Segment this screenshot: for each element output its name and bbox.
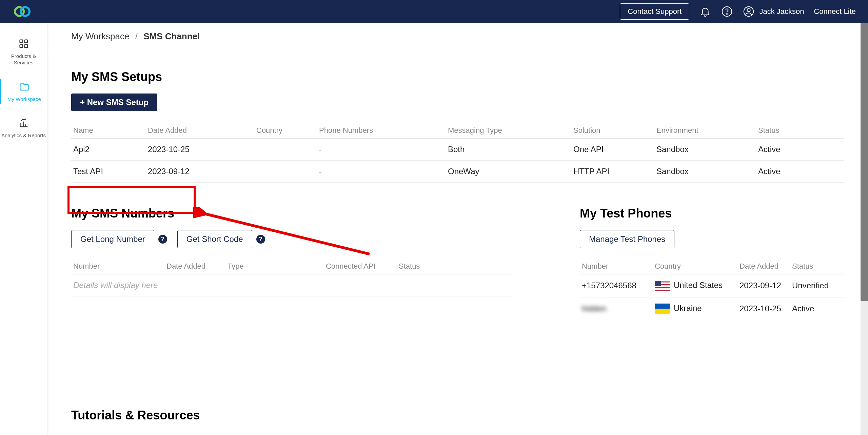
col-type[interactable]: Type [225,258,324,274]
sidebar-item-products[interactable]: Products & Services [0,36,47,68]
col-country[interactable]: Country [653,258,737,274]
table-row[interactable]: Test API 2023-09-12 - OneWay HTTP API Sa… [71,161,844,183]
breadcrumb-current: SMS Channel [143,31,200,41]
col-phone-numbers[interactable]: Phone Numbers [317,123,446,139]
sidebar-item-label: Analytics & Reports [1,132,46,139]
breadcrumb-root[interactable]: My Workspace [71,31,129,41]
cell-date: 2023-10-25 [737,297,790,320]
cell-msgtype: Both [446,139,571,161]
cell-date: 2023-09-12 [146,161,254,183]
topbar: Contact Support Jack Jackson Connect Lit… [0,0,868,23]
svg-point-5 [747,8,750,12]
col-date-added[interactable]: Date Added [737,258,790,274]
col-status[interactable]: Status [756,123,844,139]
cell-number: +15732046568 [580,274,653,297]
cell-country-text: United States [674,281,723,290]
user-icon [743,6,754,17]
cell-name: Api2 [71,139,146,161]
cell-solution: HTTP API [571,161,654,183]
sms-setups-table: Name Date Added Country Phone Numbers Me… [71,123,844,183]
cell-country: Ukraine [653,297,737,320]
contact-support-button[interactable]: Contact Support [620,3,689,20]
cell-date: 2023-09-12 [737,274,790,297]
scrollbar-thumb[interactable] [861,23,868,301]
cell-phone: - [317,139,446,161]
svg-point-3 [727,14,727,14]
col-messaging-type[interactable]: Messaging Type [446,123,571,139]
sidebar-item-label: My Workspace [2,96,46,103]
table-row[interactable]: +15732046568 United States 2023-09-12 Un… [580,274,844,297]
scrollbar[interactable] [861,23,868,435]
cell-number: hidden [580,297,653,320]
table-row[interactable]: hidden Ukraine 2023-10-25 Active [580,297,844,320]
notifications-icon[interactable] [699,6,711,17]
flag-ua-icon [655,304,670,314]
svg-rect-8 [20,45,22,48]
col-number[interactable]: Number [580,258,653,274]
col-name[interactable]: Name [71,123,146,139]
sidebar-item-workspace[interactable]: My Workspace [0,79,47,105]
sidebar-item-label: Products & Services [1,53,46,66]
cell-status: Active [756,161,844,183]
help-icon[interactable]: ? [158,235,167,244]
svg-rect-7 [24,40,27,43]
col-date-added[interactable]: Date Added [146,123,254,139]
breadcrumb: My Workspace / SMS Channel [47,23,868,50]
cell-msgtype: OneWay [446,161,571,183]
sms-numbers-table: Number Date Added Type Connected API Sta… [71,258,512,274]
get-short-code-button[interactable]: Get Short Code [177,230,252,248]
cell-solution: One API [571,139,654,161]
sidebar-item-analytics[interactable]: Analytics & Reports [0,115,47,141]
col-environment[interactable]: Environment [654,123,756,139]
new-sms-setup-button[interactable]: + New SMS Setup [71,94,157,111]
svg-rect-9 [24,45,27,48]
manage-test-phones-button[interactable]: Manage Test Phones [580,230,674,248]
help-icon[interactable] [721,6,733,17]
cell-status: Active [790,297,844,320]
cell-name: Test API [71,161,146,183]
sms-numbers-title: My SMS Numbers [71,206,512,221]
tutorials-title: Tutorials & Resources [71,408,844,422]
cell-country [254,139,317,161]
blurred-number: hidden [582,304,606,313]
cell-env: Sandbox [654,139,756,161]
flag-us-icon [655,281,670,291]
cell-country: United States [653,274,737,297]
table-row[interactable]: Api2 2023-10-25 - Both One API Sandbox A… [71,139,844,161]
cell-country-text: Ukraine [674,304,702,313]
user-name: Jack Jackson [759,7,804,16]
plan-name: Connect Lite [814,7,856,16]
vertical-divider [809,7,809,16]
col-connected-api[interactable]: Connected API [324,258,397,274]
get-long-number-button[interactable]: Get Long Number [71,230,154,248]
svg-rect-6 [20,40,22,43]
col-status[interactable]: Status [790,258,844,274]
svg-point-1 [21,7,29,16]
col-solution[interactable]: Solution [571,123,654,139]
col-status[interactable]: Status [397,258,512,274]
cell-phone: - [317,161,446,183]
col-number[interactable]: Number [71,258,164,274]
test-phones-title: My Test Phones [580,206,844,221]
test-phones-table: Number Country Date Added Status +157320… [580,258,844,320]
user-menu[interactable]: Jack Jackson Connect Lite [743,6,856,17]
cell-status: Unverified [790,274,844,297]
col-date-added[interactable]: Date Added [164,258,225,274]
brand-logo[interactable] [12,5,33,18]
content-area: My Workspace / SMS Channel My SMS Setups… [47,23,868,435]
sidebar: Products & Services My Workspace Analyti… [0,23,47,435]
sms-setups-title: My SMS Setups [71,70,844,84]
cell-env: Sandbox [654,161,756,183]
cell-country [254,161,317,183]
cell-status: Active [756,139,844,161]
empty-message: Details will display here [71,274,512,296]
col-country[interactable]: Country [254,123,317,139]
help-icon[interactable]: ? [256,235,265,244]
cell-date: 2023-10-25 [146,139,254,161]
breadcrumb-sep: / [135,31,138,41]
